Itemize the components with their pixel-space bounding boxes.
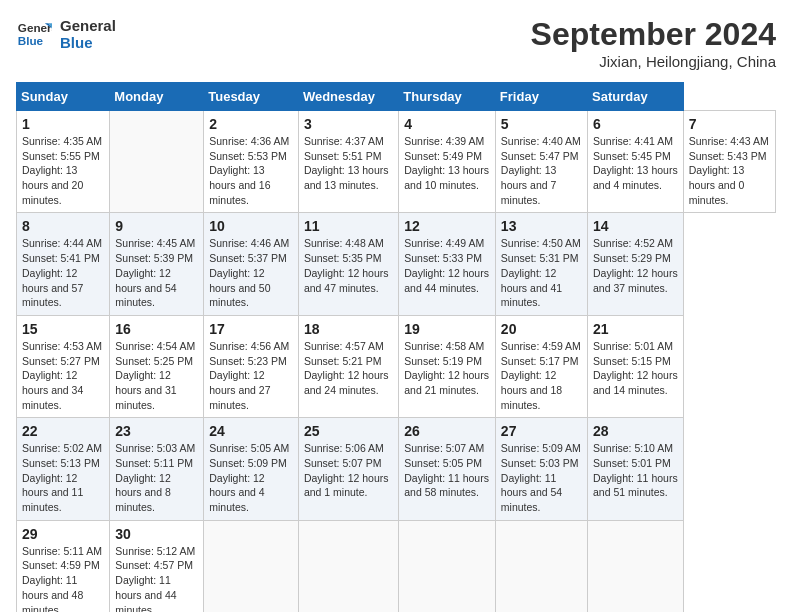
table-row: 3Sunrise: 4:37 AMSunset: 5:51 PMDaylight… (298, 111, 398, 213)
table-row: 9Sunrise: 4:45 AMSunset: 5:39 PMDaylight… (110, 213, 204, 315)
table-row: 24Sunrise: 5:05 AMSunset: 5:09 PMDayligh… (204, 418, 299, 520)
table-row (588, 520, 684, 612)
table-row: 23Sunrise: 5:03 AMSunset: 5:11 PMDayligh… (110, 418, 204, 520)
table-row: 12Sunrise: 4:49 AMSunset: 5:33 PMDayligh… (399, 213, 496, 315)
col-monday: Monday (110, 83, 204, 111)
svg-text:Blue: Blue (18, 34, 44, 47)
table-row: 7Sunrise: 4:43 AMSunset: 5:43 PMDaylight… (683, 111, 775, 213)
col-wednesday: Wednesday (298, 83, 398, 111)
table-row (298, 520, 398, 612)
col-saturday: Saturday (588, 83, 684, 111)
location-title: Jixian, Heilongjiang, China (531, 53, 776, 70)
col-sunday: Sunday (17, 83, 110, 111)
table-row: 16Sunrise: 4:54 AMSunset: 5:25 PMDayligh… (110, 315, 204, 417)
table-row: 5Sunrise: 4:40 AMSunset: 5:47 PMDaylight… (495, 111, 587, 213)
svg-text:General: General (18, 21, 52, 34)
table-row: 20Sunrise: 4:59 AMSunset: 5:17 PMDayligh… (495, 315, 587, 417)
table-row: 14Sunrise: 4:52 AMSunset: 5:29 PMDayligh… (588, 213, 684, 315)
month-title: September 2024 (531, 16, 776, 53)
logo-general: General (60, 17, 116, 34)
table-row: 26Sunrise: 5:07 AMSunset: 5:05 PMDayligh… (399, 418, 496, 520)
table-row: 18Sunrise: 4:57 AMSunset: 5:21 PMDayligh… (298, 315, 398, 417)
title-block: September 2024 Jixian, Heilongjiang, Chi… (531, 16, 776, 70)
calendar-header-row: Sunday Monday Tuesday Wednesday Thursday… (17, 83, 776, 111)
page-header: General Blue General Blue September 2024… (16, 16, 776, 70)
logo-blue: Blue (60, 34, 116, 51)
table-row (110, 111, 204, 213)
table-row: 19Sunrise: 4:58 AMSunset: 5:19 PMDayligh… (399, 315, 496, 417)
table-row: 28Sunrise: 5:10 AMSunset: 5:01 PMDayligh… (588, 418, 684, 520)
calendar-week-4: 22Sunrise: 5:02 AMSunset: 5:13 PMDayligh… (17, 418, 776, 520)
col-friday: Friday (495, 83, 587, 111)
logo-icon: General Blue (16, 16, 52, 52)
table-row: 17Sunrise: 4:56 AMSunset: 5:23 PMDayligh… (204, 315, 299, 417)
table-row: 2Sunrise: 4:36 AMSunset: 5:53 PMDaylight… (204, 111, 299, 213)
table-row: 30Sunrise: 5:12 AMSunset: 4:57 PMDayligh… (110, 520, 204, 612)
calendar-week-1: 1Sunrise: 4:35 AMSunset: 5:55 PMDaylight… (17, 111, 776, 213)
table-row: 4Sunrise: 4:39 AMSunset: 5:49 PMDaylight… (399, 111, 496, 213)
calendar-week-3: 15Sunrise: 4:53 AMSunset: 5:27 PMDayligh… (17, 315, 776, 417)
table-row (399, 520, 496, 612)
table-row (495, 520, 587, 612)
table-row: 15Sunrise: 4:53 AMSunset: 5:27 PMDayligh… (17, 315, 110, 417)
table-row: 25Sunrise: 5:06 AMSunset: 5:07 PMDayligh… (298, 418, 398, 520)
table-row: 1Sunrise: 4:35 AMSunset: 5:55 PMDaylight… (17, 111, 110, 213)
logo: General Blue General Blue (16, 16, 116, 52)
table-row: 13Sunrise: 4:50 AMSunset: 5:31 PMDayligh… (495, 213, 587, 315)
table-row: 10Sunrise: 4:46 AMSunset: 5:37 PMDayligh… (204, 213, 299, 315)
table-row (204, 520, 299, 612)
calendar-table: Sunday Monday Tuesday Wednesday Thursday… (16, 82, 776, 612)
table-row: 8Sunrise: 4:44 AMSunset: 5:41 PMDaylight… (17, 213, 110, 315)
calendar-week-2: 8Sunrise: 4:44 AMSunset: 5:41 PMDaylight… (17, 213, 776, 315)
table-row: 27Sunrise: 5:09 AMSunset: 5:03 PMDayligh… (495, 418, 587, 520)
table-row: 11Sunrise: 4:48 AMSunset: 5:35 PMDayligh… (298, 213, 398, 315)
col-tuesday: Tuesday (204, 83, 299, 111)
table-row: 6Sunrise: 4:41 AMSunset: 5:45 PMDaylight… (588, 111, 684, 213)
col-thursday: Thursday (399, 83, 496, 111)
table-row: 21Sunrise: 5:01 AMSunset: 5:15 PMDayligh… (588, 315, 684, 417)
table-row: 22Sunrise: 5:02 AMSunset: 5:13 PMDayligh… (17, 418, 110, 520)
calendar-week-5: 29Sunrise: 5:11 AMSunset: 4:59 PMDayligh… (17, 520, 776, 612)
table-row: 29Sunrise: 5:11 AMSunset: 4:59 PMDayligh… (17, 520, 110, 612)
